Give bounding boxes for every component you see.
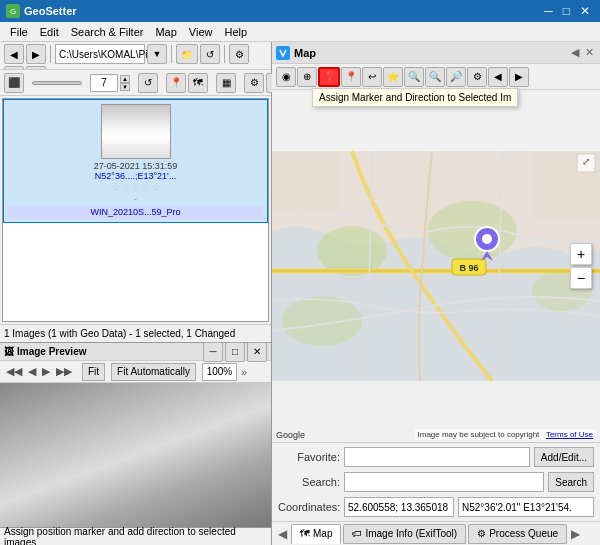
- tab-process-queue-label: Process Queue: [489, 528, 558, 539]
- search-select[interactable]: [344, 472, 544, 492]
- separator2: [171, 45, 172, 63]
- tab-image-info-label: Image Info (ExifTool): [365, 528, 457, 539]
- map-tb-btn12[interactable]: ▶: [509, 67, 529, 87]
- file-item[interactable]: 27-05-2021 15:31:59 N52°36....;E13°21'..…: [3, 99, 268, 223]
- zoom-percent[interactable]: 100%: [202, 363, 237, 381]
- app-icon: G: [6, 4, 20, 18]
- close-button[interactable]: ✕: [576, 3, 594, 19]
- grid-button[interactable]: ▦: [216, 73, 236, 93]
- prev-button[interactable]: ◀: [26, 365, 38, 378]
- coordinates-row: Coordinates: 52.600558; 13.365018 N52°36…: [278, 496, 594, 518]
- map-tb-btn2[interactable]: ⊕: [297, 67, 317, 87]
- file-coords: N52°36....;E13°21'...: [95, 171, 176, 181]
- separator3: [224, 45, 225, 63]
- favorite-label: Favorite:: [278, 451, 340, 463]
- map-tb-btn6[interactable]: ⭐: [383, 67, 403, 87]
- map-copyright: Image may be subject to copyright Terms …: [415, 429, 597, 440]
- map-tb-btn4[interactable]: 📍: [341, 67, 361, 87]
- menu-bar: File Edit Search & Filter Map View Help: [0, 22, 600, 42]
- geo-button[interactable]: 📍: [166, 73, 186, 93]
- search-row: Search: Search: [278, 471, 594, 493]
- preview-minimize-button[interactable]: ─: [203, 342, 223, 362]
- zoom-slider[interactable]: [32, 81, 82, 85]
- select-all-button[interactable]: ⬛: [4, 73, 24, 93]
- map-tb-btn5[interactable]: ↩: [362, 67, 382, 87]
- file-name[interactable]: WIN_20210S...59_Pro: [8, 206, 263, 218]
- action-button1[interactable]: ⚙: [229, 44, 249, 64]
- coordinates-decimal[interactable]: 52.600558; 13.365018: [344, 497, 454, 517]
- preview-content: [0, 383, 271, 527]
- window-controls: ─ □ ✕: [540, 3, 594, 19]
- scroll-left-arrow[interactable]: ◀: [569, 46, 581, 59]
- menu-help[interactable]: Help: [219, 25, 254, 39]
- svg-rect-10: [272, 151, 342, 211]
- settings-button[interactable]: ⚙: [244, 73, 264, 93]
- next-button[interactable]: ▶: [40, 365, 52, 378]
- minimize-button[interactable]: ─: [540, 3, 557, 19]
- geo-button2[interactable]: 🗺: [188, 73, 208, 93]
- google-label: Google: [276, 430, 305, 440]
- menu-edit[interactable]: Edit: [34, 25, 65, 39]
- map-tb-btn8[interactable]: 🔍: [425, 67, 445, 87]
- map-svg: B 96 ⤢: [272, 90, 600, 442]
- path-dropdown-button[interactable]: ▼: [147, 44, 167, 64]
- refresh-button[interactable]: ↺: [200, 44, 220, 64]
- more-options-button[interactable]: »: [239, 366, 249, 378]
- map-tb-btn7[interactable]: 🔍: [404, 67, 424, 87]
- tab-image-info[interactable]: 🏷 Image Info (ExifTool): [343, 524, 466, 544]
- fit-button[interactable]: Fit: [82, 363, 105, 381]
- bottom-status-text: Assign position marker and add direction…: [4, 526, 267, 546]
- map-tb-btn11[interactable]: ◀: [488, 67, 508, 87]
- tooltip: Assign Marker and Direction to Selected …: [312, 88, 518, 107]
- tabs-right-arrow[interactable]: ▶: [569, 527, 582, 541]
- menu-view[interactable]: View: [183, 25, 219, 39]
- file-list[interactable]: 27-05-2021 15:31:59 N52°36....;E13°21'..…: [2, 98, 269, 322]
- folder-button[interactable]: 📁: [176, 44, 198, 64]
- next-image-button[interactable]: ▶▶: [54, 365, 74, 378]
- svg-text:⤢: ⤢: [582, 156, 590, 167]
- assign-marker-button[interactable]: 📍: [318, 67, 340, 87]
- favorite-select[interactable]: [344, 447, 530, 467]
- preview-toolbar: ◀◀ ◀ ▶ ▶▶ Fit Fit Automatically 100% »: [0, 361, 271, 383]
- map-content[interactable]: B 96 ⤢ + − Google: [272, 90, 600, 442]
- maximize-button[interactable]: □: [559, 3, 574, 19]
- map-tb-btn9[interactable]: 🔎: [446, 67, 466, 87]
- file-stars[interactable]: ☆☆☆☆☆: [111, 181, 161, 194]
- menu-search-filter[interactable]: Search & Filter: [65, 25, 150, 39]
- spin-up-button[interactable]: ▲: [120, 75, 130, 83]
- right-panel: Map ◀ ✕ ◉ ⊕ 📍 📍 ↩ ⭐ 🔍 🔍 🔎 ⚙ ◀ ▶ Assign M…: [272, 42, 600, 545]
- zoom-in-button[interactable]: +: [570, 243, 592, 265]
- tabs-left-arrow[interactable]: ◀: [276, 527, 289, 541]
- terms-link[interactable]: Terms of Use: [546, 430, 593, 439]
- fit-auto-button[interactable]: Fit Automatically: [111, 363, 196, 381]
- back-button[interactable]: ◀: [4, 44, 24, 64]
- tab-map[interactable]: 🗺 Map: [291, 524, 341, 544]
- path-box[interactable]: C:\Users\KOMAL\Pictur: [55, 44, 145, 64]
- prev-image-button[interactable]: ◀◀: [4, 365, 24, 378]
- number-input[interactable]: 7: [90, 74, 118, 92]
- spin-down-button[interactable]: ▼: [120, 83, 130, 91]
- preview-icon: 🖼: [4, 346, 14, 357]
- preview-close-button[interactable]: ✕: [247, 342, 267, 362]
- map-toolbar: ◉ ⊕ 📍 📍 ↩ ⭐ 🔍 🔍 🔎 ⚙ ◀ ▶ Assign Marker an…: [272, 64, 600, 90]
- rotate-left-button[interactable]: ↺: [138, 73, 158, 93]
- map-tb-btn10[interactable]: ⚙: [467, 67, 487, 87]
- menu-map[interactable]: Map: [149, 25, 182, 39]
- search-button[interactable]: Search: [548, 472, 594, 492]
- copyright-text: Image may be subject to copyright: [418, 430, 540, 439]
- map-tb-btn1[interactable]: ◉: [276, 67, 296, 87]
- status-bar: 1 Images (1 with Geo Data) - 1 selected,…: [0, 324, 271, 342]
- zoom-out-button[interactable]: −: [570, 267, 592, 289]
- map-tabs: ◀ 🗺 Map 🏷 Image Info (ExifTool) ⚙ Proces…: [272, 521, 600, 545]
- add-edit-button[interactable]: Add/Edit...: [534, 447, 594, 467]
- coordinates-dms[interactable]: N52°36'2.01" E13°21'54.: [458, 497, 594, 517]
- forward-button[interactable]: ▶: [26, 44, 46, 64]
- file-date: 27-05-2021 15:31:59: [94, 161, 178, 171]
- process-queue-icon: ⚙: [477, 528, 486, 539]
- menu-file[interactable]: File: [4, 25, 34, 39]
- preview-restore-button[interactable]: □: [225, 342, 245, 362]
- toolbar-row2: ⬛ 7 ▲ ▼ ↺ 📍 🗺 ▦ ⚙ »: [0, 70, 271, 96]
- map-header: Map ◀ ✕: [272, 42, 600, 64]
- tab-process-queue[interactable]: ⚙ Process Queue: [468, 524, 567, 544]
- scroll-right-arrow[interactable]: ✕: [583, 46, 596, 59]
